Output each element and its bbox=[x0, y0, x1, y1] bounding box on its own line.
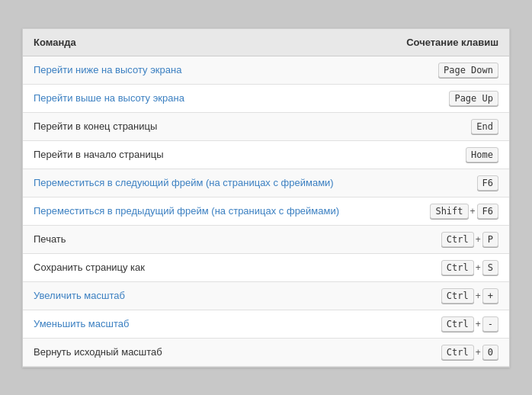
table-row: Переместиться в следующий фрейм (на стра… bbox=[23, 169, 509, 197]
shortcut-cell: Ctrl+P bbox=[384, 225, 509, 253]
key-badge: Ctrl bbox=[441, 260, 474, 275]
command-cell[interactable]: Увеличить масштаб bbox=[23, 281, 384, 310]
shortcut-cell: Ctrl+0 bbox=[384, 338, 509, 366]
table-row: Перейти ниже на высоту экранаPage Down bbox=[23, 56, 509, 84]
key-badge: End bbox=[471, 119, 498, 134]
command-cell[interactable]: Перейти выше на высоту экрана bbox=[23, 84, 384, 112]
key-badge: S bbox=[482, 260, 498, 275]
command-cell: Перейти в конец страницы bbox=[23, 112, 384, 140]
key-separator: + bbox=[476, 262, 481, 273]
key-separator: + bbox=[476, 291, 481, 301]
table-row: Переместиться в предыдущий фрейм (на стр… bbox=[23, 197, 509, 225]
shortcuts-table: Команда Сочетание клавиш Перейти ниже на… bbox=[23, 29, 509, 367]
shortcuts-table-container: Команда Сочетание клавиш Перейти ниже на… bbox=[22, 28, 510, 368]
key-badge: Ctrl bbox=[441, 316, 474, 332]
shortcut-cell: Ctrl+S bbox=[384, 253, 509, 281]
shortcut-cell: Ctrl++ bbox=[384, 281, 509, 310]
key-badge: 0 bbox=[482, 345, 498, 360]
shortcut-cell: Ctrl+- bbox=[384, 310, 509, 338]
shortcut-cell: Page Down bbox=[384, 56, 509, 84]
key-badge: Page Up bbox=[449, 91, 498, 106]
shortcut-cell: F6 bbox=[384, 169, 509, 197]
command-cell: Печать bbox=[23, 225, 384, 253]
table-row: Сохранить страницу какCtrl+S bbox=[23, 253, 509, 281]
key-badge: - bbox=[482, 316, 498, 332]
table-row: Перейти выше на высоту экранаPage Up bbox=[23, 84, 509, 112]
key-separator: + bbox=[470, 206, 476, 217]
key-badge: Shift bbox=[430, 204, 468, 219]
command-cell[interactable]: Переместиться в следующий фрейм (на стра… bbox=[23, 169, 384, 197]
shortcut-cell: End bbox=[384, 112, 509, 140]
command-cell: Перейти в начало страницы bbox=[23, 140, 384, 169]
command-header: Команда bbox=[23, 29, 384, 56]
shortcut-cell: Home bbox=[384, 140, 509, 169]
table-row: Вернуть исходный масштабCtrl+0 bbox=[23, 338, 509, 366]
table-row: Увеличить масштабCtrl++ bbox=[23, 281, 509, 310]
key-badge: P bbox=[482, 232, 498, 247]
key-badge: + bbox=[482, 288, 498, 303]
shortcut-cell: Shift+F6 bbox=[384, 197, 509, 225]
table-row: ПечатьCtrl+P bbox=[23, 225, 509, 253]
command-cell[interactable]: Переместиться в предыдущий фрейм (на стр… bbox=[23, 197, 384, 225]
command-cell: Сохранить страницу как bbox=[23, 253, 384, 281]
shortcut-header: Сочетание клавиш bbox=[384, 29, 509, 56]
key-badge: Ctrl bbox=[441, 288, 474, 303]
table-row: Перейти в конец страницыEnd bbox=[23, 112, 509, 140]
table-header-row: Команда Сочетание клавиш bbox=[23, 29, 509, 56]
key-separator: + bbox=[476, 234, 481, 245]
key-badge: Home bbox=[466, 147, 498, 162]
key-badge: Ctrl bbox=[441, 232, 474, 247]
key-separator: + bbox=[476, 319, 481, 329]
command-cell: Вернуть исходный масштаб bbox=[23, 338, 384, 366]
command-cell[interactable]: Уменьшить масштаб bbox=[23, 310, 384, 338]
key-badge: F6 bbox=[477, 204, 498, 219]
key-badge: Ctrl bbox=[441, 345, 474, 360]
key-separator: + bbox=[476, 347, 481, 358]
table-row: Перейти в начало страницыHome bbox=[23, 140, 509, 169]
key-badge: Page Down bbox=[438, 63, 498, 78]
key-badge: F6 bbox=[477, 175, 498, 191]
command-cell[interactable]: Перейти ниже на высоту экрана bbox=[23, 56, 384, 84]
shortcut-cell: Page Up bbox=[384, 84, 509, 112]
table-row: Уменьшить масштабCtrl+- bbox=[23, 310, 509, 338]
